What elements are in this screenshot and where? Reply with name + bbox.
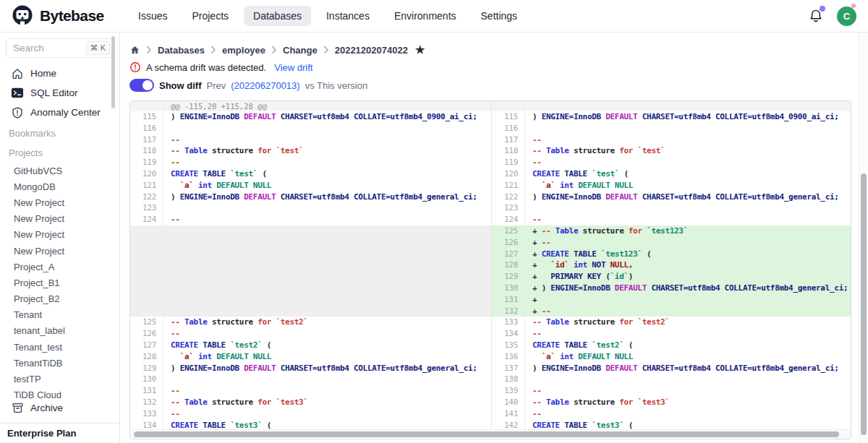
nav-item-projects[interactable]: Projects — [182, 6, 238, 26]
sidebar-project-item[interactable]: tenant_label — [0, 323, 119, 339]
line-number: 124 — [130, 214, 163, 225]
shield-icon — [11, 106, 24, 119]
code-text — [163, 374, 491, 385]
diff-line: 126+ -- — [492, 237, 851, 249]
sidebar-scrollbar[interactable] — [111, 36, 115, 108]
sidebar-item-home[interactable]: Home — [0, 64, 119, 83]
diff-horizontal-scrollbar[interactable] — [130, 429, 851, 439]
sidebar-project-item[interactable]: Project_A — [0, 259, 119, 275]
search-input[interactable] — [13, 43, 75, 53]
line-number: 120 — [130, 168, 163, 180]
diff-placeholder-line — [130, 271, 491, 283]
line-number: 136 — [492, 351, 525, 363]
sidebar-project-item[interactable]: Project_B1 — [0, 275, 119, 291]
line-number: 129 — [130, 363, 163, 374]
line-number: 131 — [130, 385, 163, 397]
code-text: -- — [525, 385, 851, 397]
code-text: `a` int DEFAULT NULL — [525, 180, 851, 192]
line-number: 137 — [492, 363, 525, 374]
avatar-initial: C — [843, 11, 850, 22]
nav-item-settings[interactable]: Settings — [472, 6, 527, 26]
breadcrumb-item-databases[interactable]: Databases — [158, 45, 205, 56]
bookmark-star-icon[interactable]: ★ — [415, 43, 425, 56]
chevron-right-icon — [210, 46, 216, 54]
line-number — [130, 306, 163, 317]
show-diff-toggle[interactable] — [129, 79, 154, 92]
sidebar-project-item[interactable]: testTP — [0, 371, 119, 387]
code-text: + CREATE TABLE `test123` ( — [525, 249, 851, 260]
code-text — [525, 202, 851, 214]
diff-line: 119-- — [492, 157, 851, 168]
code-text: `a` int DEFAULT NULL — [163, 351, 491, 363]
sidebar-item-anomaly-center[interactable]: Anomaly Center — [0, 103, 119, 122]
nav-item-environments[interactable]: Environments — [385, 6, 466, 26]
sidebar-item-label: Home — [30, 68, 56, 79]
sidebar-project-item[interactable]: New Project — [0, 211, 119, 227]
sidebar-item-archive[interactable]: Archive — [0, 398, 119, 417]
diff-placeholder-line — [130, 225, 491, 237]
notification-badge — [820, 6, 825, 12]
sidebar-project-item[interactable]: GitHubVCS — [0, 163, 119, 179]
page-scrollbar[interactable] — [859, 33, 868, 443]
code-text: + -- — [525, 306, 851, 317]
line-number: 116 — [130, 123, 163, 134]
line-number: 140 — [492, 397, 525, 408]
brand[interactable]: Bytebase — [0, 4, 120, 28]
line-number: 126 — [492, 237, 525, 249]
code-text: CREATE TABLE `test2` ( — [163, 340, 491, 351]
breadcrumb-item-version[interactable]: 20221202074022 — [335, 45, 408, 56]
nav-item-instances[interactable]: Instances — [317, 6, 379, 26]
line-number — [130, 237, 163, 249]
diff-line: 129+ PRIMARY KEY (`id`) — [492, 271, 851, 283]
prev-label: Prev — [207, 80, 226, 91]
sidebar-project-item[interactable]: New Project — [0, 227, 119, 243]
sidebar-project-item[interactable]: New Project — [0, 243, 119, 259]
sidebar-item-sql-editor[interactable]: SQL Editor — [0, 83, 119, 103]
line-number: 118 — [130, 145, 163, 157]
diff-line: 124-- — [492, 214, 851, 225]
nav-item-issues[interactable]: Issues — [129, 6, 176, 26]
notification-bell[interactable] — [808, 8, 824, 24]
plan-badge: Enterprise Plan — [0, 423, 119, 443]
sidebar-project-item[interactable]: Tenant — [0, 307, 119, 323]
diff-line: 115) ENGINE=InnoDB DEFAULT CHARSET=utf8m… — [130, 111, 491, 123]
bytebase-logo-icon — [10, 4, 35, 28]
sidebar-project-item[interactable]: Tenant_test — [0, 339, 119, 355]
line-number: 123 — [130, 202, 163, 214]
nav-item-databases[interactable]: Databases — [244, 6, 311, 26]
breadcrumb-item-change[interactable]: Change — [283, 45, 318, 56]
avatar[interactable]: C — [837, 7, 856, 26]
scrollbar-thumb[interactable] — [861, 173, 867, 435]
hunk-header: @@ -115,20 +115,28 @@ — [163, 101, 267, 111]
code-text: -- Table structure for `test3` — [163, 397, 491, 408]
sidebar-project-item[interactable]: Project_B2 — [0, 291, 119, 307]
code-text: -- — [525, 328, 851, 340]
sidebar-project-item[interactable]: MongoDB — [0, 179, 119, 194]
diff-line: 127+ CREATE TABLE `test123` ( — [492, 249, 851, 260]
vs-label: vs This version — [305, 80, 367, 91]
code-text: `a` int DEFAULT NULL — [163, 180, 491, 192]
diff-line: 139-- — [492, 385, 851, 397]
search-shortcut-badge: ⌘ K — [86, 41, 110, 55]
search-box[interactable]: ⌘ K — [6, 38, 114, 58]
breadcrumb-item-employee[interactable]: employee — [222, 45, 265, 56]
sidebar-project-item[interactable]: TenantTiDB — [0, 355, 119, 371]
scrollbar-thumb[interactable] — [134, 431, 839, 437]
line-number: 134 — [492, 328, 525, 340]
diff-line: 131+ — [492, 294, 851, 306]
diff-line: 133-- Table structure for `test2` — [492, 317, 851, 328]
code-text — [163, 283, 491, 294]
code-text — [525, 123, 851, 134]
code-text: ) ENGINE=InnoDB DEFAULT CHARSET=utf8mb4 … — [525, 111, 851, 123]
code-text — [163, 249, 491, 260]
home-breadcrumb-icon[interactable] — [129, 45, 140, 56]
diff-line: 135CREATE TABLE `test2` ( — [492, 340, 851, 351]
view-drift-link[interactable]: View drift — [274, 62, 312, 73]
schema-diff-editor: @@ -115,20 +115,28 @@ 115) ENGINE=InnoDB… — [129, 100, 851, 439]
prev-version-link[interactable]: (202206270013) — [231, 80, 299, 91]
code-text: ) ENGINE=InnoDB DEFAULT CHARSET=utf8mb4 … — [525, 363, 851, 374]
sidebar-project-item[interactable]: New Project — [0, 194, 119, 210]
sidebar-menu: Home SQL Editor Anomaly Center — [0, 64, 119, 122]
code-text: -- — [163, 134, 491, 146]
main-nav: IssuesProjectsDatabasesInstancesEnvironm… — [129, 6, 527, 26]
